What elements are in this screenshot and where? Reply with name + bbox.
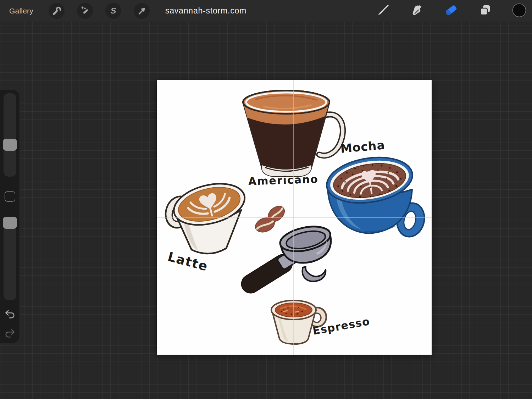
adjustments-button[interactable] xyxy=(77,3,93,19)
redo-icon xyxy=(4,327,16,340)
canvas[interactable]: Americano Mocha Latte Espresso xyxy=(157,80,432,355)
color-swatch-button[interactable] xyxy=(511,2,528,20)
selected-color-circle xyxy=(512,3,527,19)
undo-icon xyxy=(4,308,16,321)
transform-arrow-icon xyxy=(137,6,147,16)
undo-button[interactable] xyxy=(3,307,17,321)
erase-tool-button[interactable] xyxy=(443,2,460,20)
layers-icon xyxy=(478,3,492,18)
brush-icon xyxy=(376,3,390,18)
smudge-tool-button[interactable] xyxy=(409,2,426,20)
selection-s-icon: S xyxy=(110,7,117,15)
mocha-drawing xyxy=(323,152,428,240)
selection-button[interactable]: S xyxy=(105,3,121,19)
actions-button[interactable] xyxy=(49,3,65,19)
sidebar xyxy=(0,90,20,343)
coffee-beans-drawing xyxy=(253,203,288,235)
transform-button[interactable] xyxy=(134,3,150,19)
brush-size-handle[interactable] xyxy=(3,139,17,151)
brush-size-slider[interactable] xyxy=(4,93,16,177)
americano-drawing xyxy=(243,90,343,176)
portafilter-drawing xyxy=(238,222,335,297)
opacity-handle[interactable] xyxy=(3,217,17,229)
coffee-illustration xyxy=(157,80,432,355)
layers-button[interactable] xyxy=(477,2,494,20)
toolbar-right-group xyxy=(366,2,532,20)
espresso-drawing xyxy=(271,300,326,344)
magic-wand-icon xyxy=(80,6,90,16)
latte-drawing xyxy=(162,177,249,254)
redo-button[interactable] xyxy=(3,326,17,340)
smudge-finger-icon xyxy=(410,3,424,18)
americano-label: Americano xyxy=(248,173,318,188)
eraser-icon xyxy=(444,3,459,19)
toolbar: Gallery xyxy=(0,0,532,22)
paint-tool-button[interactable] xyxy=(375,2,392,20)
toolbar-left-group: Gallery xyxy=(0,0,246,22)
modify-button[interactable] xyxy=(5,191,15,202)
gallery-button[interactable]: Gallery xyxy=(0,0,43,22)
wrench-icon xyxy=(51,6,62,16)
document-title: savannah-storm.com xyxy=(165,6,246,16)
opacity-slider[interactable] xyxy=(4,217,16,300)
